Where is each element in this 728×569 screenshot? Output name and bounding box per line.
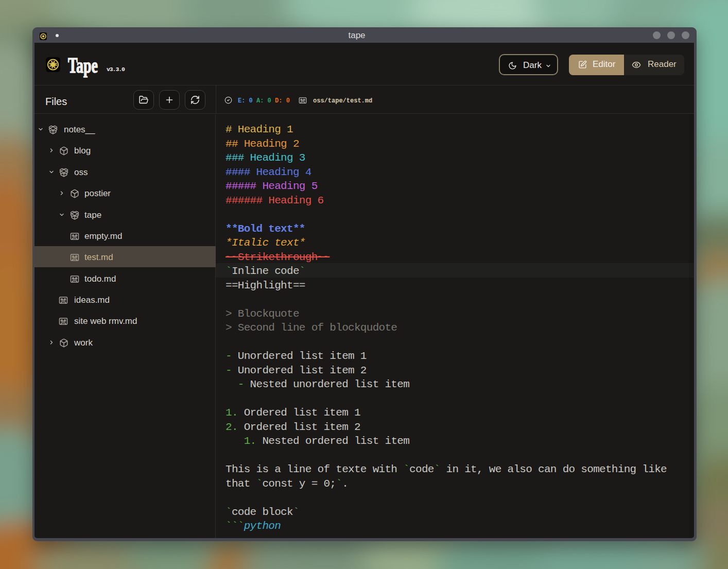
svg-text:Tape: Tape xyxy=(68,54,98,77)
